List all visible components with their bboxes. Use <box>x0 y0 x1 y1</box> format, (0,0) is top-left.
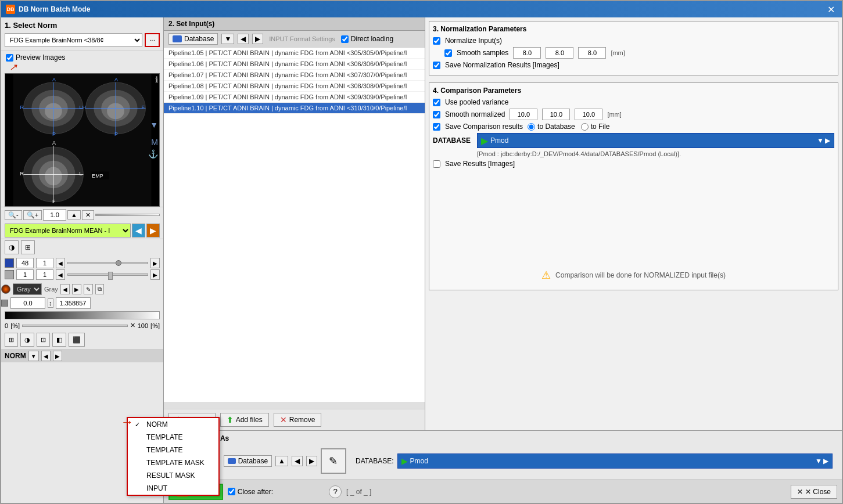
add-files-button[interactable]: ⬆ Add files <box>220 413 269 427</box>
opacity-next-button[interactable]: ▶ <box>150 269 160 280</box>
output-format-db-button[interactable]: Database <box>224 455 272 467</box>
zoom-in-button[interactable]: 🔍+ <box>23 210 42 220</box>
opacity-num2-input[interactable] <box>36 269 53 280</box>
comp-smooth-y-input[interactable] <box>542 109 570 120</box>
view-axial-button[interactable]: ⊞ <box>5 333 18 347</box>
colormap-next-button[interactable]: ▶ <box>72 284 81 294</box>
norm-dropdown[interactable]: FDG Example BrainNorm <38/8¢ <box>5 33 142 47</box>
norm-selector-row: FDG Example BrainNorm <38/8¢ ··· <box>5 33 160 47</box>
comp-smooth-x-input[interactable] <box>510 109 537 120</box>
frame-number2-input[interactable] <box>36 258 53 268</box>
db-nav-prev[interactable]: ◀ <box>238 34 249 44</box>
max-input[interactable] <box>56 297 91 309</box>
colormap-edit-button[interactable]: ✎ <box>84 284 93 294</box>
comparison-db-dropdown[interactable]: ▶ Pmod ▼ ▶ <box>477 133 834 148</box>
view-grid-button[interactable]: ⊡ <box>37 333 50 347</box>
db-dropdown-button[interactable]: ▼ <box>221 34 234 44</box>
dropdown-item-template1[interactable]: TEMPLATE <box>128 431 218 444</box>
db-nav-next[interactable]: ▶ <box>252 34 263 44</box>
normalize-inputs-checkbox[interactable] <box>433 37 440 45</box>
chevron-down-icon[interactable]: ▼ <box>150 120 158 129</box>
direct-load-checkbox[interactable] <box>341 35 349 43</box>
zoom-up-button[interactable]: ▲ <box>67 210 81 219</box>
anchor-icon[interactable]: ⚓ <box>148 149 158 159</box>
frame-prev-button[interactable]: ◀ <box>56 258 65 268</box>
file-item-1[interactable]: Pipeline1.06 | PET/CT ADNI BRAIN | dynam… <box>164 59 425 70</box>
output-dropdown-icon[interactable]: ▼ <box>815 457 822 465</box>
colormap-copy-button[interactable]: ⧉ <box>95 284 104 294</box>
close-main-button[interactable]: ✕ ✕ Close <box>791 485 837 499</box>
zoom-reset-button[interactable]: ✕ <box>82 210 94 220</box>
grid-button[interactable]: ⊞ <box>21 240 35 254</box>
file-item-3[interactable]: Pipeline1.08 | PET/CT ADNI BRAIN | dynam… <box>164 81 425 92</box>
smooth-z-input[interactable] <box>578 47 606 59</box>
help-button[interactable]: ? <box>329 485 342 498</box>
mean-prev-button[interactable]: ◀ <box>132 224 145 237</box>
to-database-radio[interactable] <box>528 123 535 131</box>
output-nav-right-icon[interactable]: ▶ <box>823 457 828 465</box>
output-format-up-button[interactable]: ▲ <box>275 456 288 466</box>
close-after-checkbox[interactable] <box>228 488 235 495</box>
save-norm-checkbox[interactable] <box>433 62 440 69</box>
colormap-selector[interactable]: Gray <box>13 283 42 295</box>
opacity-num1-input[interactable] <box>16 269 34 280</box>
to-file-radio-label[interactable]: to File <box>581 123 610 131</box>
db-nav-right-icon[interactable]: ▶ <box>825 136 830 145</box>
info-icon[interactable]: ℹ <box>155 75 158 84</box>
m-icon[interactable]: M <box>151 138 158 147</box>
opacity-prev-button[interactable]: ◀ <box>56 269 65 280</box>
edit-output-button[interactable]: ✎ <box>321 448 346 474</box>
view-extra-button[interactable]: ⬛ <box>69 333 85 347</box>
norm-nav-next[interactable]: ▶ <box>53 351 62 361</box>
smooth-norm-checkbox[interactable] <box>433 111 440 118</box>
colormap-prev-button[interactable]: ◀ <box>60 284 70 294</box>
save-comparison-checkbox[interactable] <box>433 123 440 131</box>
output-format-prev-button[interactable]: ◀ <box>292 456 303 466</box>
zoom-input[interactable] <box>43 209 66 221</box>
dropdown-item-result-mask[interactable]: RESULT MASK <box>128 469 218 482</box>
norm-options-button[interactable]: ··· <box>145 33 160 47</box>
min-arrow-button[interactable]: ↕ <box>48 298 53 308</box>
min-input[interactable] <box>10 297 45 309</box>
window-close-button[interactable]: ✕ <box>825 4 837 15</box>
view-toggle-button[interactable]: ◑ <box>20 333 34 347</box>
save-results-checkbox[interactable] <box>433 160 440 168</box>
frame-next-button[interactable]: ▶ <box>150 258 160 268</box>
norm-nav-prev[interactable]: ◀ <box>41 351 51 361</box>
dropdown-item-template-mask[interactable]: TEMPLATE MASK <box>128 456 218 469</box>
file-item-2[interactable]: Pipeline1.07 | PET/CT ADNI BRAIN | dynam… <box>164 70 425 81</box>
use-pooled-checkbox[interactable] <box>433 99 440 106</box>
file-item-5[interactable]: Pipeline1.10 | PET/CT ADNI BRAIN | dynam… <box>164 103 425 114</box>
smooth-x-input[interactable] <box>513 47 541 59</box>
dropdown-item-input[interactable]: INPUT <box>128 482 218 495</box>
view-mode-button[interactable]: ◧ <box>52 333 66 347</box>
output-format-next-button[interactable]: ▶ <box>306 456 317 466</box>
preview-images-checkbox[interactable] <box>6 54 13 62</box>
file-item-4[interactable]: Pipeline1.09 | PET/CT ADNI BRAIN | dynam… <box>164 92 425 103</box>
smooth-y-input[interactable] <box>546 47 573 59</box>
file-item-0[interactable]: Pipeline1.05 | PET/CT ADNI BRAIN | dynam… <box>164 48 425 59</box>
database-button[interactable]: Database <box>168 33 218 45</box>
frame-slider-track[interactable] <box>67 262 148 264</box>
dropdown-item-norm[interactable]: ✓ NORM <box>128 418 218 431</box>
to-file-radio[interactable] <box>581 123 589 131</box>
output-db-selector[interactable]: ▶ Pmod ▼ ▶ <box>397 453 833 469</box>
smooth-samples-checkbox[interactable] <box>444 49 452 57</box>
preview-images-checkbox-label[interactable]: Preview Images <box>6 53 65 62</box>
db-dropdown-icon[interactable]: ▼ <box>817 136 824 145</box>
percent-slider[interactable] <box>22 325 128 327</box>
zoom-out-button[interactable]: 🔍- <box>5 210 22 220</box>
norm-dropdown-button[interactable]: ▼ <box>28 351 39 361</box>
contrast-button[interactable]: ◑ <box>5 240 19 254</box>
mean-dropdown[interactable]: FDG Example BrainNorm MEAN - I <box>5 224 131 237</box>
remove-button[interactable]: ✕ Remove <box>274 413 322 427</box>
input-format-settings-button[interactable]: INPUT Format Settings <box>267 34 338 44</box>
dropdown-item-template2[interactable]: TEMPLATE <box>128 444 218 456</box>
zoom-slider[interactable] <box>95 214 160 216</box>
comp-smooth-z-input[interactable] <box>575 109 602 120</box>
frame-number-input[interactable] <box>16 258 34 268</box>
mean-next-button[interactable]: ▶ <box>146 224 160 237</box>
scroll-bar[interactable] <box>164 402 425 409</box>
to-database-radio-label[interactable]: to Database <box>528 123 575 131</box>
opacity-slider-track[interactable] <box>67 273 148 276</box>
